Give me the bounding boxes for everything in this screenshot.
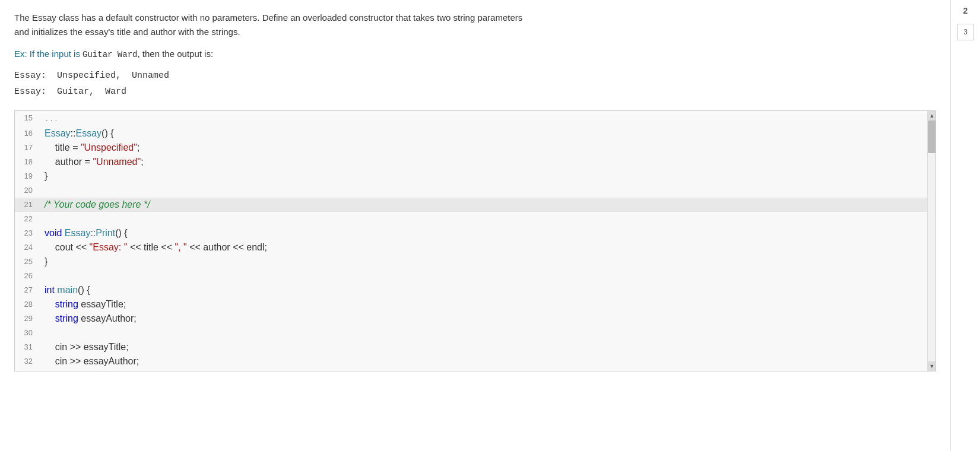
description-text2: and initializes the essay's title and au… — [14, 27, 240, 37]
line-content-16: Essay::Essay() { — [39, 126, 935, 141]
code-row-24: 24 cout << "Essay: " << title << ", " <<… — [15, 240, 935, 255]
line-num-15: 15 — [15, 111, 39, 126]
sidebar-num-2[interactable]: 2 — [963, 6, 968, 15]
code-row-27: 27 int main() { — [15, 283, 935, 297]
scroll-track — [928, 120, 935, 361]
description-paragraph: The Essay class has a default constructo… — [14, 11, 936, 39]
code-row-20: 20 — [15, 183, 935, 198]
line-content-33 — [39, 369, 935, 371]
line-content-31: cin >> essayTitle; — [39, 340, 935, 354]
code-row-19: 19 } — [15, 169, 935, 183]
code-scrollbar[interactable]: ▲ ▼ — [927, 111, 935, 371]
scroll-up-arrow[interactable]: ▲ — [928, 111, 936, 120]
example-line: Ex: If the input is Guitar Ward, then th… — [14, 49, 936, 59]
line-content-19: } — [39, 169, 935, 183]
code-row-26: 26 — [15, 269, 935, 283]
example-input-code: Guitar Ward — [83, 50, 137, 59]
code-row-17: 17 title = "Unspecified"; — [15, 141, 935, 155]
line-num-27: 27 — [15, 283, 39, 297]
line-content-28: string essayTitle; — [39, 297, 935, 312]
code-row-28: 28 string essayTitle; — [15, 297, 935, 312]
line-content-23: void Essay::Print() { — [39, 226, 935, 240]
line-num-22: 22 — [15, 212, 39, 226]
code-row-18: 18 author = "Unnamed"; — [15, 155, 935, 169]
line-content-32: cin >> essayAuthor; — [39, 354, 935, 369]
line-num-33: 33 — [15, 369, 39, 371]
line-num-32: 32 — [15, 354, 39, 369]
line-content-21: /* Your code goes here */ — [39, 198, 935, 212]
code-row-33: 33 — [15, 369, 935, 371]
description-text1: The Essay class has a default constructo… — [14, 12, 522, 23]
line-num-30: 30 — [15, 326, 39, 340]
main-content: The Essay class has a default constructo… — [0, 0, 950, 451]
code-row-16: 16 Essay::Essay() { — [15, 126, 935, 141]
line-content-26 — [39, 269, 935, 283]
line-content-17: title = "Unspecified"; — [39, 141, 935, 155]
scroll-down-arrow[interactable]: ▼ — [928, 361, 936, 371]
code-row-21: 21 /* Your code goes here */ — [15, 198, 935, 212]
line-num-16: 16 — [15, 126, 39, 141]
line-content-22 — [39, 212, 935, 226]
line-num-20: 20 — [15, 183, 39, 198]
code-row-22: 22 — [15, 212, 935, 226]
line-num-29: 29 — [15, 312, 39, 326]
line-content-25: } — [39, 255, 935, 269]
line-num-23: 23 — [15, 226, 39, 240]
line-num-18: 18 — [15, 155, 39, 169]
code-row-31: 31 cin >> essayTitle; — [15, 340, 935, 354]
sidebar-box-label: 3 — [963, 28, 968, 36]
line-content-29: string essayAuthor; — [39, 312, 935, 326]
line-num-17: 17 — [15, 141, 39, 155]
code-row-32: 32 cin >> essayAuthor; — [15, 354, 935, 369]
output-line-2: Essay: Guitar, Ward — [14, 84, 936, 100]
line-content-20 — [39, 183, 935, 198]
line-num-19: 19 — [15, 169, 39, 183]
line-num-31: 31 — [15, 340, 39, 354]
line-content-27: int main() { — [39, 283, 935, 297]
code-editor-inner[interactable]: 15 ... 16 Essay::Essay() { 17 title = "U… — [15, 111, 935, 371]
line-num-24: 24 — [15, 240, 39, 255]
line-num-21: 21 — [15, 198, 39, 212]
output-block: Essay: Unspecified, Unnamed Essay: Guita… — [14, 68, 936, 100]
line-num-26: 26 — [15, 269, 39, 283]
code-row-23: 23 void Essay::Print() { — [15, 226, 935, 240]
code-row-30: 30 — [15, 326, 935, 340]
line-content-24: cout << "Essay: " << title << ", " << au… — [39, 240, 935, 255]
code-editor[interactable]: 15 ... 16 Essay::Essay() { 17 title = "U… — [14, 110, 936, 371]
output-line-1: Essay: Unspecified, Unnamed — [14, 68, 936, 84]
right-sidebar: 2 3 — [950, 0, 980, 451]
code-row-25: 25 } — [15, 255, 935, 269]
line-num-25: 25 — [15, 255, 39, 269]
code-row-29: 29 string essayAuthor; — [15, 312, 935, 326]
example-intro-link: Ex: If the input is — [14, 49, 83, 59]
code-row-15: 15 ... — [15, 111, 935, 126]
sidebar-box-3[interactable]: 3 — [957, 24, 974, 40]
example-suffix: , then the output is: — [137, 49, 213, 59]
line-content-18: author = "Unnamed"; — [39, 155, 935, 169]
line-num-28: 28 — [15, 297, 39, 312]
line-content-30 — [39, 326, 935, 340]
line-content-15: ... — [39, 111, 935, 126]
scroll-thumb[interactable] — [928, 120, 936, 153]
